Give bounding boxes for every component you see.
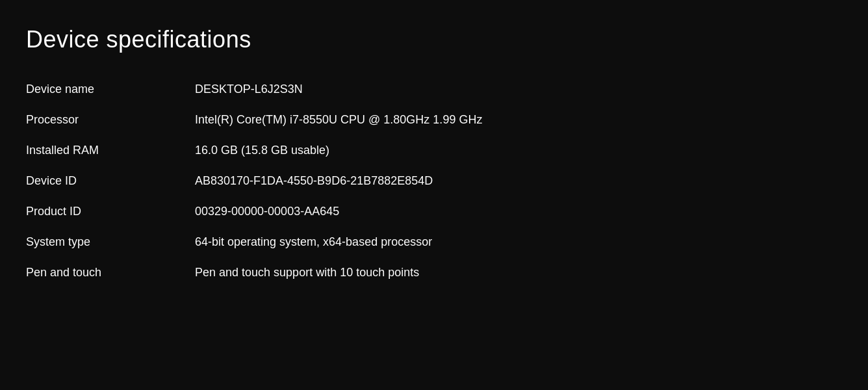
spec-value: Pen and touch support with 10 touch poin… <box>195 257 842 288</box>
spec-label: Installed RAM <box>26 135 195 166</box>
spec-value: DESKTOP-L6J2S3N <box>195 74 842 105</box>
spec-label: Device name <box>26 74 195 105</box>
spec-label: Pen and touch <box>26 257 195 288</box>
spec-label: Product ID <box>26 196 195 227</box>
spec-value: 00329-00000-00003-AA645 <box>195 196 842 227</box>
table-row: Installed RAM16.0 GB (15.8 GB usable) <box>26 135 842 166</box>
table-row: Product ID00329-00000-00003-AA645 <box>26 196 842 227</box>
spec-value: 64-bit operating system, x64-based proce… <box>195 227 842 257</box>
table-row: System type64-bit operating system, x64-… <box>26 227 842 257</box>
table-row: Pen and touchPen and touch support with … <box>26 257 842 288</box>
spec-label: Device ID <box>26 166 195 196</box>
spec-value: AB830170-F1DA-4550-B9D6-21B7882E854D <box>195 166 842 196</box>
specs-table: Device nameDESKTOP-L6J2S3NProcessorIntel… <box>26 74 842 288</box>
spec-value: 16.0 GB (15.8 GB usable) <box>195 135 842 166</box>
spec-label: System type <box>26 227 195 257</box>
table-row: ProcessorIntel(R) Core(TM) i7-8550U CPU … <box>26 105 842 135</box>
page-title: Device specifications <box>26 26 842 53</box>
table-row: Device IDAB830170-F1DA-4550-B9D6-21B7882… <box>26 166 842 196</box>
spec-label: Processor <box>26 105 195 135</box>
device-specs-container: Device specifications Device nameDESKTOP… <box>26 26 842 288</box>
spec-value: Intel(R) Core(TM) i7-8550U CPU @ 1.80GHz… <box>195 105 842 135</box>
table-row: Device nameDESKTOP-L6J2S3N <box>26 74 842 105</box>
